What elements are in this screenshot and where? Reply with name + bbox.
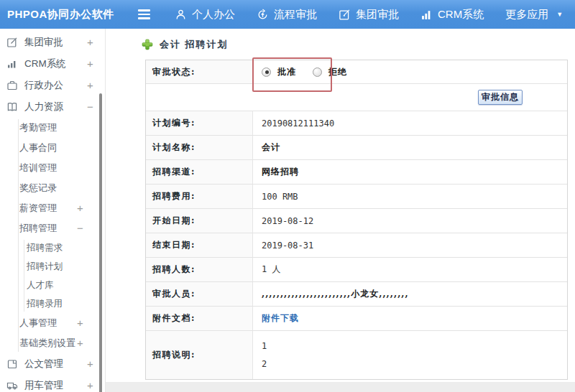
sidebar-item-label: 基础类别设置 <box>19 337 75 350</box>
sidebar-item-attendance[interactable]: 考勤管理 <box>0 118 105 138</box>
field-row-recruit-cost: 招聘费用: 100 RMB <box>146 184 567 208</box>
field-label: 招聘人数: <box>146 258 253 281</box>
nav-personal-office[interactable]: 个人办公 <box>175 8 235 22</box>
top-navigation: 个人办公 流程审批 集团审批 CRM系 <box>138 8 563 22</box>
hamburger-icon[interactable] <box>138 9 150 19</box>
field-row-plan-no: 计划编号: 20190812111340 <box>146 111 567 135</box>
expand-icon[interactable]: + <box>77 202 83 214</box>
sidebar-item-label: 集团审批 <box>24 36 63 49</box>
sidebar-item-document-mgmt[interactable]: 公文管理 + <box>0 353 105 375</box>
sidebar-item-recruit-demand[interactable]: 招聘需求 <box>0 238 105 257</box>
truck-icon <box>6 380 19 391</box>
nav-more-apps[interactable]: 更多应用 ▼ <box>505 8 563 22</box>
reject-radio[interactable] <box>313 67 322 77</box>
field-row-recruit-channel: 招聘渠道: 网络招聘 <box>146 159 567 184</box>
sidebar-item-base-category[interactable]: 基础类别设置 + <box>0 333 105 353</box>
book-icon <box>6 101 19 113</box>
sidebar-item-label: 招聘需求 <box>27 242 63 254</box>
field-label: 结束日期: <box>146 233 253 257</box>
sidebar-item-recruit-hire[interactable]: 招聘录用 <box>0 294 105 313</box>
approve-radio[interactable] <box>262 67 271 77</box>
sidebar-item-label: 人事合同 <box>19 141 57 154</box>
sidebar: 集团审批 + CRM系统 + 行政办公 + 人力资源 <box>0 29 106 392</box>
sidebar-item-training[interactable]: 培训管理 <box>0 158 105 178</box>
sidebar-item-admin-office[interactable]: 行政办公 + <box>0 75 105 96</box>
expand-icon[interactable]: + <box>77 337 83 349</box>
sidebar-item-label: 奖惩记录 <box>19 182 57 195</box>
field-label: 计划名称: <box>146 136 253 159</box>
nav-label: 流程审批 <box>274 8 317 22</box>
sidebar-item-crm[interactable]: CRM系统 + <box>0 53 105 75</box>
app-logo: PHPOA协同办公软件 <box>0 8 138 22</box>
sidebar-item-vehicle-mgmt[interactable]: 用车管理 + <box>0 375 105 392</box>
sidebar-item-talent-pool[interactable]: 人才库 <box>0 276 105 294</box>
nav-label: CRM系统 <box>438 8 484 22</box>
document-icon <box>6 358 19 370</box>
sidebar-item-salary[interactable]: 薪资管理 + <box>0 198 105 218</box>
recruit-plan-detail-table: 审批状态: 批准 拒绝 审批信息 计划编号: 20190812111340 <box>145 60 568 380</box>
plus-icon <box>142 39 153 50</box>
approval-radio-group: 批准 拒绝 <box>262 66 357 78</box>
sidebar-item-recruit-plan[interactable]: 招聘计划 <box>0 257 105 276</box>
expand-icon[interactable]: + <box>87 57 93 70</box>
group-approval-icon <box>339 9 351 21</box>
main-content: 会计 招聘计划 审批状态: 批准 拒绝 审批信息 计划编号: <box>106 29 575 392</box>
sidebar-item-label: 招聘录用 <box>27 298 63 310</box>
nav-label: 更多应用 <box>505 8 548 22</box>
expand-icon[interactable]: + <box>87 379 93 391</box>
sidebar-item-label: 用车管理 <box>24 379 63 392</box>
sidebar-item-label: 行政办公 <box>24 79 63 92</box>
sidebar-scrollbar[interactable] <box>99 93 102 392</box>
nav-label: 个人办公 <box>192 8 235 22</box>
sidebar-item-label: 考勤管理 <box>19 121 57 134</box>
recruit-submenu: 招聘需求 招聘计划 人才库 招聘录用 <box>0 238 105 313</box>
field-value: 2019-08-31 <box>253 233 567 257</box>
bottom-strip <box>106 382 575 392</box>
expand-icon[interactable]: + <box>87 36 93 48</box>
sidebar-item-recruit-mgmt[interactable]: 招聘管理 − <box>0 218 105 238</box>
bar-chart-icon <box>6 58 19 70</box>
expand-icon[interactable]: − <box>77 222 83 234</box>
sidebar-item-hr-contract[interactable]: 人事合同 <box>0 138 105 158</box>
field-label: 开始日期: <box>146 209 253 233</box>
briefcase-icon <box>6 80 19 91</box>
field-row-end-date: 结束日期: 2019-08-31 <box>146 233 567 257</box>
description-line: 2 <box>262 359 267 369</box>
expand-icon[interactable]: + <box>77 317 83 329</box>
field-label: 附件文档: <box>146 307 253 330</box>
field-label: 计划编号: <box>146 111 253 135</box>
nav-process-approval[interactable]: 流程审批 <box>257 8 317 22</box>
attachment-download-link[interactable]: 附件下载 <box>262 312 299 325</box>
approval-status-row: 审批状态: 批准 拒绝 <box>146 60 567 83</box>
sidebar-item-label: 人力资源 <box>24 101 63 113</box>
field-row-start-date: 开始日期: 2019-08-12 <box>146 208 567 233</box>
expand-icon[interactable]: + <box>87 79 93 91</box>
crm-chart-icon <box>420 9 433 21</box>
sidebar-item-label: 人事管理 <box>19 317 57 330</box>
nav-label: 集团审批 <box>356 8 399 22</box>
sidebar-item-group-approval[interactable]: 集团审批 + <box>0 32 105 53</box>
field-value: 1 人 <box>253 258 567 281</box>
sidebar-item-label: 培训管理 <box>19 162 57 174</box>
nav-group-approval[interactable]: 集团审批 <box>339 8 399 22</box>
field-label: 审批人员: <box>146 282 253 306</box>
approval-button-row: 审批信息 <box>146 83 567 111</box>
expand-icon[interactable]: − <box>87 101 93 113</box>
sidebar-item-rewards[interactable]: 奖惩记录 <box>0 178 105 198</box>
nav-crm-system[interactable]: CRM系统 <box>420 8 484 22</box>
user-icon <box>175 9 187 21</box>
field-row-approvers: 审批人员: ,,,,,,,,,,,,,,,,,,,,,,,,小龙女,,,,,,,… <box>146 281 567 306</box>
edit-square-icon <box>6 37 19 48</box>
page-title: 会计 招聘计划 <box>160 38 229 51</box>
sidebar-item-personnel-mgmt[interactable]: 人事管理 + <box>0 313 105 333</box>
approval-info-button[interactable]: 审批信息 <box>478 90 523 105</box>
expand-icon[interactable]: + <box>87 358 93 370</box>
field-value: 100 RMB <box>253 185 567 208</box>
process-approval-icon <box>257 9 269 21</box>
sidebar-item-hr[interactable]: 人力资源 − <box>0 96 105 118</box>
sidebar-item-label: 薪资管理 <box>19 202 57 215</box>
field-value: 2019-08-12 <box>253 209 567 233</box>
approve-radio-label: 批准 <box>277 66 296 78</box>
reject-radio-label: 拒绝 <box>328 66 347 78</box>
field-row-plan-name: 计划名称: 会计 <box>146 135 567 159</box>
